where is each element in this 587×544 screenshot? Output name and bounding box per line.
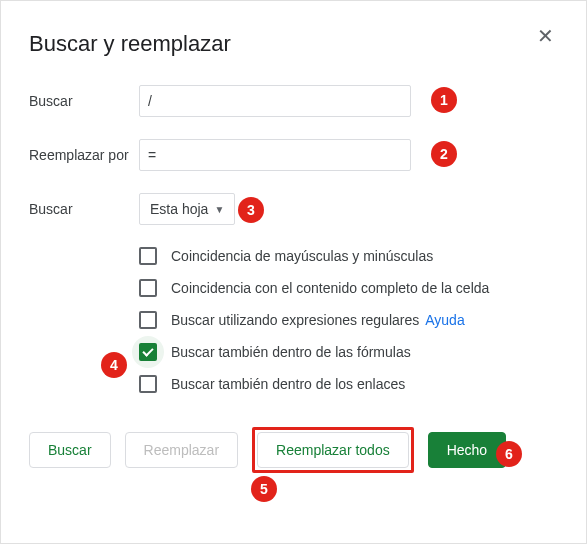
find-label: Buscar [29, 93, 139, 109]
find-button[interactable]: Buscar [29, 432, 111, 468]
match-entire-cell-label: Coincidencia con el contenido completo d… [171, 280, 489, 296]
use-regex-label: Buscar utilizando expresiones regulares [171, 312, 419, 328]
scope-dropdown[interactable]: Esta hoja ▼ [139, 193, 235, 225]
search-scope-label: Buscar [29, 201, 139, 217]
within-formulas-label: Buscar también dentro de las fórmulas [171, 344, 411, 360]
replace-all-button[interactable]: Reemplazar todos [257, 432, 409, 468]
within-links-label: Buscar también dentro de los enlaces [171, 376, 405, 392]
button-row: Buscar Reemplazar Reemplazar todos Hecho [29, 427, 558, 473]
replace-input[interactable] [139, 139, 411, 171]
match-case-label: Coincidencia de mayúsculas y minúsculas [171, 248, 433, 264]
scope-dropdown-value: Esta hoja [150, 201, 208, 217]
options-group: Coincidencia de mayúsculas y minúsculas … [139, 247, 558, 393]
caret-down-icon: ▼ [214, 204, 224, 215]
within-links-checkbox[interactable] [139, 375, 157, 393]
close-icon[interactable]: ✕ [531, 23, 560, 49]
find-replace-dialog: Buscar y reemplazar ✕ Buscar Reemplazar … [0, 0, 587, 544]
dialog-title: Buscar y reemplazar [29, 31, 558, 57]
replace-all-highlight: Reemplazar todos [252, 427, 414, 473]
replace-with-label: Reemplazar por [29, 147, 139, 163]
find-input[interactable] [139, 85, 411, 117]
match-case-checkbox[interactable] [139, 247, 157, 265]
done-button[interactable]: Hecho [428, 432, 506, 468]
replace-button[interactable]: Reemplazar [125, 432, 238, 468]
annotation-5: 5 [251, 476, 277, 502]
match-entire-cell-checkbox[interactable] [139, 279, 157, 297]
regex-help-link[interactable]: Ayuda [425, 312, 464, 328]
use-regex-checkbox[interactable] [139, 311, 157, 329]
annotation-4: 4 [101, 352, 127, 378]
